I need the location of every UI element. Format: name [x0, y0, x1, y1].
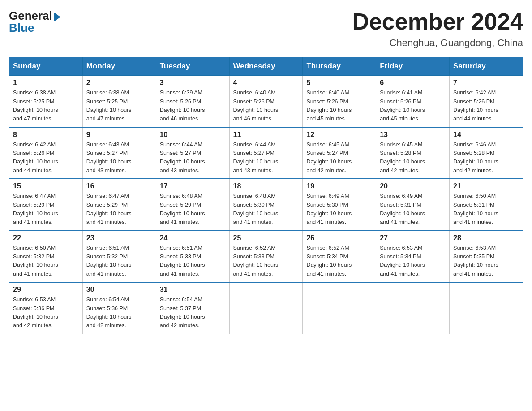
calendar-cell: 3 Sunrise: 6:39 AM Sunset: 5:26 PM Dayli…	[156, 76, 229, 127]
calendar-cell: 13 Sunrise: 6:45 AM Sunset: 5:28 PM Dayl…	[376, 127, 450, 179]
calendar-header-row: SundayMondayTuesdayWednesdayThursdayFrid…	[9, 57, 523, 76]
day-number: 18	[233, 182, 299, 190]
page-header: General Blue December 2024 Chenghua, Gua…	[9, 9, 523, 49]
day-number: 7	[453, 79, 519, 87]
header-friday: Friday	[376, 57, 450, 76]
calendar-cell	[229, 282, 303, 334]
calendar-week-2: 8 Sunrise: 6:42 AM Sunset: 5:26 PM Dayli…	[9, 127, 523, 179]
day-number: 25	[233, 234, 299, 242]
day-info: Sunrise: 6:52 AM Sunset: 5:34 PM Dayligh…	[306, 244, 372, 279]
day-info: Sunrise: 6:47 AM Sunset: 5:29 PM Dayligh…	[13, 192, 79, 227]
calendar-table: SundayMondayTuesdayWednesdayThursdayFrid…	[9, 57, 523, 334]
header-thursday: Thursday	[303, 57, 376, 76]
day-info: Sunrise: 6:51 AM Sunset: 5:32 PM Dayligh…	[86, 244, 152, 279]
day-info: Sunrise: 6:42 AM Sunset: 5:26 PM Dayligh…	[13, 141, 79, 176]
calendar-cell: 6 Sunrise: 6:41 AM Sunset: 5:26 PM Dayli…	[376, 76, 450, 127]
day-info: Sunrise: 6:50 AM Sunset: 5:31 PM Dayligh…	[453, 192, 519, 227]
day-number: 27	[380, 234, 446, 242]
calendar-cell: 1 Sunrise: 6:38 AM Sunset: 5:25 PM Dayli…	[9, 76, 83, 127]
calendar-cell: 24 Sunrise: 6:51 AM Sunset: 5:33 PM Dayl…	[156, 231, 229, 283]
calendar-cell: 27 Sunrise: 6:53 AM Sunset: 5:34 PM Dayl…	[376, 231, 450, 283]
calendar-cell: 17 Sunrise: 6:48 AM Sunset: 5:29 PM Dayl…	[156, 179, 229, 231]
calendar-cell: 11 Sunrise: 6:44 AM Sunset: 5:27 PM Dayl…	[229, 127, 303, 179]
day-info: Sunrise: 6:47 AM Sunset: 5:29 PM Dayligh…	[86, 192, 152, 227]
day-number: 3	[160, 79, 226, 87]
day-number: 16	[86, 182, 152, 190]
day-number: 21	[453, 182, 519, 190]
day-number: 17	[160, 182, 226, 190]
calendar-week-3: 15 Sunrise: 6:47 AM Sunset: 5:29 PM Dayl…	[9, 179, 523, 231]
calendar-cell: 16 Sunrise: 6:47 AM Sunset: 5:29 PM Dayl…	[82, 179, 156, 231]
day-info: Sunrise: 6:53 AM Sunset: 5:35 PM Dayligh…	[453, 244, 519, 279]
location-title: Chenghua, Guangdong, China	[352, 37, 523, 49]
day-number: 22	[13, 234, 79, 242]
day-number: 4	[233, 79, 299, 87]
calendar-cell: 20 Sunrise: 6:49 AM Sunset: 5:31 PM Dayl…	[376, 179, 450, 231]
calendar-cell: 9 Sunrise: 6:43 AM Sunset: 5:27 PM Dayli…	[82, 127, 156, 179]
day-info: Sunrise: 6:50 AM Sunset: 5:32 PM Dayligh…	[13, 244, 79, 279]
month-title: December 2024	[352, 9, 523, 34]
day-info: Sunrise: 6:44 AM Sunset: 5:27 PM Dayligh…	[160, 141, 226, 176]
logo-arrow-icon	[54, 13, 60, 21]
day-number: 28	[453, 234, 519, 242]
header-sunday: Sunday	[9, 57, 83, 76]
day-info: Sunrise: 6:49 AM Sunset: 5:30 PM Dayligh…	[306, 192, 372, 227]
day-info: Sunrise: 6:40 AM Sunset: 5:26 PM Dayligh…	[306, 89, 372, 124]
calendar-cell: 30 Sunrise: 6:54 AM Sunset: 5:36 PM Dayl…	[82, 282, 156, 334]
calendar-cell: 31 Sunrise: 6:54 AM Sunset: 5:37 PM Dayl…	[156, 282, 229, 334]
day-info: Sunrise: 6:53 AM Sunset: 5:34 PM Dayligh…	[380, 244, 446, 279]
calendar-week-5: 29 Sunrise: 6:53 AM Sunset: 5:36 PM Dayl…	[9, 282, 523, 334]
day-number: 12	[306, 131, 372, 139]
day-number: 23	[86, 234, 152, 242]
day-info: Sunrise: 6:39 AM Sunset: 5:26 PM Dayligh…	[160, 89, 226, 124]
calendar-cell: 25 Sunrise: 6:52 AM Sunset: 5:33 PM Dayl…	[229, 231, 303, 283]
calendar-cell: 29 Sunrise: 6:53 AM Sunset: 5:36 PM Dayl…	[9, 282, 83, 334]
day-info: Sunrise: 6:53 AM Sunset: 5:36 PM Dayligh…	[13, 295, 79, 330]
day-number: 19	[306, 182, 372, 190]
day-number: 20	[380, 182, 446, 190]
calendar-cell	[450, 282, 523, 334]
day-number: 11	[233, 131, 299, 139]
day-info: Sunrise: 6:40 AM Sunset: 5:26 PM Dayligh…	[233, 89, 299, 124]
calendar-cell: 23 Sunrise: 6:51 AM Sunset: 5:32 PM Dayl…	[82, 231, 156, 283]
day-number: 29	[13, 286, 79, 294]
header-monday: Monday	[82, 57, 156, 76]
day-number: 5	[306, 79, 372, 87]
calendar-cell: 5 Sunrise: 6:40 AM Sunset: 5:26 PM Dayli…	[303, 76, 376, 127]
day-info: Sunrise: 6:51 AM Sunset: 5:33 PM Dayligh…	[160, 244, 226, 279]
day-number: 26	[306, 234, 372, 242]
day-info: Sunrise: 6:54 AM Sunset: 5:37 PM Dayligh…	[160, 295, 226, 330]
header-tuesday: Tuesday	[156, 57, 229, 76]
day-number: 30	[86, 286, 152, 294]
calendar-cell: 2 Sunrise: 6:38 AM Sunset: 5:25 PM Dayli…	[82, 76, 156, 127]
day-info: Sunrise: 6:41 AM Sunset: 5:26 PM Dayligh…	[380, 89, 446, 124]
day-number: 15	[13, 182, 79, 190]
calendar-cell: 8 Sunrise: 6:42 AM Sunset: 5:26 PM Dayli…	[9, 127, 83, 179]
day-number: 24	[160, 234, 226, 242]
calendar-week-4: 22 Sunrise: 6:50 AM Sunset: 5:32 PM Dayl…	[9, 231, 523, 283]
calendar-cell: 4 Sunrise: 6:40 AM Sunset: 5:26 PM Dayli…	[229, 76, 303, 127]
calendar-cell: 14 Sunrise: 6:46 AM Sunset: 5:28 PM Dayl…	[450, 127, 523, 179]
day-number: 13	[380, 131, 446, 139]
calendar-cell: 10 Sunrise: 6:44 AM Sunset: 5:27 PM Dayl…	[156, 127, 229, 179]
day-info: Sunrise: 6:42 AM Sunset: 5:26 PM Dayligh…	[453, 89, 519, 124]
day-info: Sunrise: 6:48 AM Sunset: 5:30 PM Dayligh…	[233, 192, 299, 227]
day-number: 31	[160, 286, 226, 294]
header-wednesday: Wednesday	[229, 57, 303, 76]
calendar-cell: 28 Sunrise: 6:53 AM Sunset: 5:35 PM Dayl…	[450, 231, 523, 283]
day-info: Sunrise: 6:54 AM Sunset: 5:36 PM Dayligh…	[86, 295, 152, 330]
calendar-week-1: 1 Sunrise: 6:38 AM Sunset: 5:25 PM Dayli…	[9, 76, 523, 127]
logo-blue-text: Blue	[9, 21, 34, 35]
calendar-cell: 21 Sunrise: 6:50 AM Sunset: 5:31 PM Dayl…	[450, 179, 523, 231]
day-number: 14	[453, 131, 519, 139]
day-info: Sunrise: 6:43 AM Sunset: 5:27 PM Dayligh…	[86, 141, 152, 176]
day-info: Sunrise: 6:49 AM Sunset: 5:31 PM Dayligh…	[380, 192, 446, 227]
day-info: Sunrise: 6:45 AM Sunset: 5:27 PM Dayligh…	[306, 141, 372, 176]
calendar-cell	[303, 282, 376, 334]
calendar-cell: 7 Sunrise: 6:42 AM Sunset: 5:26 PM Dayli…	[450, 76, 523, 127]
day-info: Sunrise: 6:52 AM Sunset: 5:33 PM Dayligh…	[233, 244, 299, 279]
calendar-cell: 12 Sunrise: 6:45 AM Sunset: 5:27 PM Dayl…	[303, 127, 376, 179]
logo: General Blue	[9, 9, 60, 35]
day-info: Sunrise: 6:46 AM Sunset: 5:28 PM Dayligh…	[453, 141, 519, 176]
day-number: 2	[86, 79, 152, 87]
